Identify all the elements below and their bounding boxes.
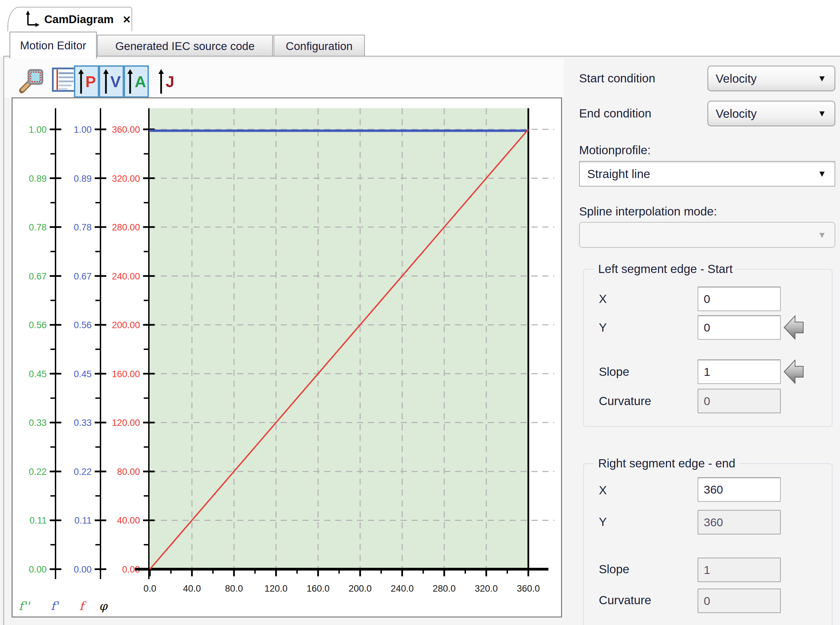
up-arrow-icon (157, 68, 165, 95)
y-tick-label-acceleration: 0.78 (29, 222, 47, 233)
legend-item-1: f'' (19, 599, 31, 613)
left-x-label: X (599, 291, 607, 307)
segment-region (150, 108, 528, 569)
y-tick-label-velocity: 0.11 (74, 515, 92, 525)
up-arrow-icon (102, 68, 110, 95)
y-tick-label-position: 320.00 (112, 174, 140, 184)
x-tick-label: 160.0 (307, 583, 330, 594)
cam-diagram-chart[interactable]: 1.000.890.780.670.560.450.330.220.110.00… (12, 98, 561, 617)
legend-item-3: f (79, 599, 87, 613)
y-tick-label-acceleration: 1.00 (29, 124, 47, 135)
right-curvature-label: Curvature (599, 592, 651, 608)
motionprofile-select[interactable]: Straight line ▼ (579, 161, 835, 187)
y-tick-label-position: 160.00 (112, 369, 140, 379)
x-tick-label: 40.0 (183, 583, 201, 594)
document-tab-title: CamDiagram (44, 13, 114, 26)
right-x-label: X (599, 482, 607, 498)
motionprofile-value: Straight line (587, 167, 818, 181)
x-tick-label: 240.0 (391, 583, 414, 594)
y-tick-label-position: 80.00 (117, 467, 140, 477)
y-tick-label-acceleration: 0.11 (29, 515, 47, 525)
y-tick-label-position: 40.00 (117, 515, 140, 525)
cam-axes-icon (24, 11, 39, 28)
start-condition-value: Velocity (716, 72, 818, 86)
x-tick-label: 120.0 (265, 583, 288, 594)
zoom-icon[interactable] (18, 67, 46, 95)
y-tick-label-velocity: 1.00 (73, 124, 92, 135)
spline-mode-label: Spline interpolation mode: (579, 204, 717, 219)
left-curvature-label: Curvature (599, 393, 651, 409)
tab-motion-editor[interactable]: Motion Editor (9, 32, 97, 59)
legend-item-2: f' (51, 599, 59, 613)
right-y-input: 360 (698, 510, 781, 535)
apply-value-arrow-icon[interactable] (784, 314, 804, 341)
right-curvature-input: 0 (698, 589, 781, 613)
y-tick-label-position: 240.00 (112, 271, 140, 281)
x-tick-label: 360.0 (517, 583, 540, 594)
x-tick-label: 0.0 (143, 583, 156, 594)
chevron-down-icon: ▼ (818, 73, 826, 84)
end-condition-value: Velocity (716, 107, 818, 121)
y-tick-label-position: 360.00 (112, 124, 140, 135)
y-tick-label-velocity: 0.00 (73, 564, 92, 575)
left-slope-input[interactable]: 1 (698, 359, 781, 384)
page-left-border (3, 56, 4, 625)
end-condition-select[interactable]: Velocity ▼ (708, 101, 835, 126)
y-tick-label-velocity: 0.67 (73, 271, 92, 281)
y-tick-label-velocity: 0.22 (73, 467, 92, 477)
x-tick-label: 280.0 (433, 583, 456, 594)
show-jerk-letter: J (165, 74, 175, 90)
chevron-down-icon: ▼ (818, 108, 826, 119)
x-tick-label: 200.0 (349, 583, 372, 594)
up-arrow-icon (77, 68, 85, 95)
chevron-down-icon: ▼ (818, 230, 826, 240)
right-x-input[interactable]: 360 (698, 477, 781, 502)
show-position-toggle[interactable]: P (74, 65, 99, 98)
right-slope-input: 1 (698, 558, 781, 582)
y-tick-label-velocity: 0.56 (73, 320, 92, 330)
left-curvature-input: 0 (698, 389, 781, 413)
cam-diagram-chart-panel: 1.000.890.780.670.560.450.330.220.110.00… (12, 97, 562, 617)
y-tick-label-position: 280.00 (112, 222, 140, 233)
end-condition-label: End condition (579, 106, 651, 121)
y-tick-label-acceleration: 0.67 (29, 271, 47, 281)
right-slope-label: Slope (599, 561, 630, 577)
show-acceleration-toggle[interactable]: A (124, 65, 149, 98)
show-jerk-toggle[interactable]: J (153, 65, 179, 98)
motion-editor-page: P V A J 1.000.890.780.670.560.450.330.22… (0, 56, 840, 625)
apply-value-arrow-icon[interactable] (784, 359, 804, 386)
left-y-label: Y (599, 319, 607, 336)
right-y-label: Y (599, 514, 607, 530)
y-tick-label-velocity: 0.33 (73, 418, 92, 428)
y-tick-label-velocity: 0.89 (73, 174, 92, 184)
document-tab-camdiagram[interactable]: CamDiagram ✕ (8, 7, 132, 31)
spline-mode-select: ▼ (579, 222, 835, 248)
show-velocity-letter: V (111, 74, 121, 90)
left-slope-label: Slope (599, 364, 630, 380)
close-icon[interactable]: ✕ (123, 14, 131, 25)
y-tick-label-acceleration: 0.89 (29, 174, 47, 184)
table-view-icon[interactable] (51, 67, 77, 93)
x-tick-label: 80.0 (225, 583, 243, 594)
left-x-input[interactable]: 0 (698, 287, 781, 311)
y-tick-label-acceleration: 0.22 (29, 467, 47, 477)
start-condition-select[interactable]: Velocity ▼ (708, 66, 835, 91)
motionprofile-label: Motionprofile: (579, 142, 651, 158)
left-segment-edge-title: Left segment edge - Start (594, 261, 737, 277)
y-tick-label-acceleration: 0.33 (29, 418, 47, 428)
x-tick-label: 320.0 (475, 583, 498, 594)
chevron-down-icon: ▼ (818, 168, 826, 179)
camdiagram-window: CamDiagram ✕ Motion Editor Generated IEC… (0, 0, 840, 625)
y-tick-label-velocity: 0.78 (73, 222, 92, 233)
show-acceleration-letter: A (134, 74, 146, 90)
y-tick-label-position: 120.00 (112, 418, 140, 428)
tab-configuration[interactable]: Configuration (274, 35, 365, 57)
y-tick-label-acceleration: 0.56 (29, 320, 47, 330)
y-tick-label-velocity: 0.45 (73, 369, 92, 379)
show-velocity-toggle[interactable]: V (99, 65, 124, 98)
y-tick-label-acceleration: 0.45 (29, 369, 47, 379)
chart-toolbar: P V A J (4, 59, 564, 97)
tab-generated-iec-source-code[interactable]: Generated IEC source code (97, 35, 273, 57)
y-tick-label-position: 200.00 (112, 320, 140, 330)
left-y-input[interactable]: 0 (698, 315, 781, 340)
